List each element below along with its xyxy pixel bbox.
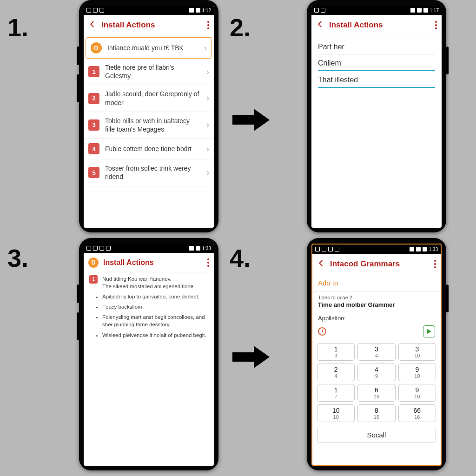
app-bar: Intacod Grammars [312, 254, 441, 274]
status-icon [86, 246, 91, 251]
list-item[interactable]: 2 Jadle scould, doer Gerepronly of moder… [84, 85, 214, 112]
keypad-key[interactable]: 13 [317, 343, 355, 361]
status-icon [93, 246, 98, 251]
back-icon[interactable] [316, 20, 324, 30]
keypad-key[interactable]: 1010 [317, 404, 355, 422]
bullet-item: Apitjedi lis lop to garivaiteo, cone deb… [102, 293, 208, 300]
text-field-label[interactable]: Part her [318, 38, 435, 54]
back-icon[interactable] [88, 20, 97, 30]
status-icon [315, 247, 320, 251]
status-icon [93, 8, 98, 13]
form: Part her Cnliem That illested [311, 35, 442, 91]
status-icon [335, 247, 339, 251]
text-field-label[interactable]: That illested [318, 71, 435, 87]
clock-icon [318, 327, 326, 336]
arrow-step1-to-step2 [232, 107, 270, 133]
status-icon [328, 247, 333, 251]
bullet-list: Apitjedi lis lop to garivaiteo, cone deb… [89, 293, 208, 338]
screen-4: 1:33 Intacod Grammars Ado to Toles to oc… [311, 244, 442, 466]
keypad-key[interactable]: 34 [357, 343, 395, 361]
field-underline [318, 87, 435, 88]
status-bar: 1:33 [84, 244, 214, 253]
app-bar: Install Actions [84, 15, 214, 35]
play-button[interactable] [423, 325, 435, 337]
overflow-menu-icon[interactable] [207, 21, 209, 29]
phone-step-4: 1:33 Intacod Grammars Ado to Toles to oc… [307, 238, 446, 470]
wifi-icon [189, 246, 194, 251]
status-icon [314, 8, 319, 13]
addto-label: Ado to [318, 277, 435, 289]
keypad-key[interactable]: 17 [317, 384, 355, 402]
app-bar: D Install Actions [84, 253, 214, 272]
app-badge-icon: D [91, 42, 102, 53]
list-item[interactable]: 4 Fuble cottem done tione bodrt › [84, 139, 214, 159]
content-body: 1 Nud tiding Kou warl fianunov. The sike… [84, 272, 214, 342]
section-title: Time and molber Grammer [318, 301, 435, 308]
list-item-label: Jadle scould, doer Gerepronly of moder [105, 90, 201, 106]
status-time: 1:33 [429, 247, 438, 252]
item-number-badge: 1 [88, 66, 99, 77]
status-time: 1:33 [202, 246, 211, 251]
appbar-title: Install Actions [103, 258, 203, 267]
keypad-key[interactable]: 310 [398, 343, 436, 361]
chevron-right-icon: › [204, 43, 207, 53]
keypad-key[interactable]: 6616 [398, 404, 436, 422]
socall-button[interactable]: Socall [317, 427, 436, 443]
keypad-key[interactable]: 910 [398, 364, 436, 381]
battery-icon [423, 8, 428, 13]
status-time: 1:12 [202, 8, 211, 13]
text-field-label[interactable]: Cnliem [318, 54, 435, 70]
phone-step-2: 1:17 Install Actions Part her Cnliem Tha… [307, 0, 446, 232]
keypad-key[interactable]: 616 [357, 384, 395, 402]
item-number-badge: 2 [88, 93, 99, 104]
keypad-key[interactable]: 49 [357, 364, 395, 381]
signal-icon [417, 8, 422, 13]
item-number-badge: 4 [88, 143, 99, 154]
list-item[interactable]: 3 Toble nills or weh in ualtatecy fille … [84, 112, 214, 139]
status-icon [86, 8, 91, 13]
step-number-2: 2. [230, 13, 251, 42]
bullet-item: Wisleed pleivencse it nolait of pubend b… [102, 331, 208, 339]
signal-icon [196, 246, 200, 251]
bullet-item: Feacy backsliom [102, 303, 208, 311]
status-icon [99, 8, 104, 13]
status-icon [106, 246, 111, 251]
section-subtext: Toles to ocae 2 [318, 295, 435, 300]
back-icon[interactable] [317, 259, 325, 269]
keypad-key[interactable]: 816 [357, 404, 395, 422]
status-bar: 1:17 [311, 6, 442, 15]
screen-1: 1:12 Install Actions D Intiance muald yo… [84, 6, 214, 228]
field-label: Applistion: [318, 315, 435, 322]
wifi-icon [189, 8, 194, 13]
list-item[interactable]: D Intiance muald you t£ TBK › [86, 37, 212, 59]
overflow-menu-icon[interactable] [207, 258, 209, 267]
list-item-label: Toble nills or weh in ualtatecy fille to… [105, 117, 201, 133]
chevron-right-icon: › [206, 67, 209, 77]
media-row [312, 325, 441, 340]
step-number-4: 4. [230, 244, 251, 272]
overflow-menu-icon[interactable] [434, 260, 436, 268]
battery-icon [423, 247, 427, 251]
keypad-key[interactable]: 910 [398, 384, 436, 402]
list-item[interactable]: 1 Tietle nore pre of llabri's Gelestny › [84, 59, 214, 85]
list-item-label: Fuble cottem done tione bodrt [105, 145, 201, 153]
wifi-icon [410, 247, 414, 251]
heading-text: The sikeed mostalled anliegened tione [102, 283, 193, 290]
appbar-title: Install Actions [101, 20, 203, 30]
status-icon [321, 8, 325, 13]
list-item[interactable]: 5 Tosser from sollec trink werey ridend … [84, 159, 214, 186]
status-icon [99, 246, 104, 251]
addto-field[interactable]: Ado to [312, 274, 441, 292]
list-item-label: Intiance muald you t£ TBK [107, 44, 198, 52]
keypad-key[interactable]: 24 [317, 364, 355, 381]
overflow-menu-icon[interactable] [435, 21, 437, 29]
actions-list[interactable]: D Intiance muald you t£ TBK › 1 Tietle n… [84, 35, 214, 228]
app-badge-icon: D [88, 258, 99, 268]
item-number-badge: 1 [89, 275, 98, 284]
arrow-step3-to-step4 [232, 344, 270, 370]
status-time: 1:17 [430, 8, 439, 13]
bullet-item: Folenysling mart anst begit concolloes, … [102, 313, 208, 328]
status-bar: 1:33 [312, 245, 441, 254]
numbered-heading: 1 Nud tiding Kou warl fianunov. The sike… [89, 275, 208, 290]
heading-text-small: Nud tiding Kou warl fianunov. [102, 275, 193, 283]
